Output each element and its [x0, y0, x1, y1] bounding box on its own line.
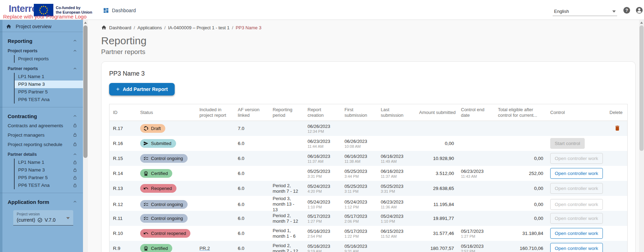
cell-status: Certified: [137, 244, 196, 252]
open-controller-work-button[interactable]: Open controller work: [550, 168, 603, 179]
sidebar-item-project-managers[interactable]: Project managers: [0, 131, 83, 139]
cell-af-version: 6.0: [234, 202, 269, 207]
col-header-id: ID: [109, 110, 137, 115]
date-value: 06/26/2023: [344, 139, 374, 144]
open-controller-work-button[interactable]: Open controller work: [550, 183, 603, 194]
sidebar-group-project-reports[interactable]: Project reports: [0, 47, 83, 54]
sidebar-scrollbar[interactable]: [83, 20, 88, 252]
date-value: 05/24/2023: [344, 199, 374, 205]
open-controller-work-button[interactable]: Open controller work: [550, 213, 603, 224]
cell-control-end-date: 05/16/20232:52 PM: [457, 244, 494, 252]
cell-amount-submitted: 29.638,65: [416, 186, 457, 191]
sidebar-item-lp1-name-1[interactable]: LP1 Name 1: [15, 73, 83, 81]
sidebar-item-project-reporting-schedule[interactable]: Project reporting schedule: [0, 140, 83, 148]
date-value: 05/17/2023: [308, 214, 338, 219]
sidebar-item-contracts-and-agreements[interactable]: Contracts and agreements: [0, 121, 83, 130]
sidebar-item-details-pp6-test-ana[interactable]: PP6 TEST Ana: [15, 182, 83, 189]
language-select[interactable]: English: [553, 7, 617, 16]
time-value: 9:19 AM: [308, 249, 338, 252]
cell-report-id: R.15: [109, 156, 137, 161]
start-control-button[interactable]: Start control: [550, 138, 585, 149]
sidebar-section-contracting[interactable]: Contracting: [0, 112, 83, 120]
open-controller-work-button[interactable]: Open controller work: [550, 199, 603, 210]
cell-first-submission: 06/16/202311:38 AM: [341, 154, 377, 163]
date-value: 06/16/2023: [381, 154, 412, 159]
scrollbar-thumb[interactable]: [639, 25, 644, 151]
sidebar-item-details-pp5-partner-5[interactable]: PP5 Partner 5: [15, 174, 83, 182]
delete-report-button[interactable]: [614, 125, 621, 132]
time-value: 12:34 PM: [308, 129, 338, 133]
sidebar-item-pp3-name-3[interactable]: PP3 Name 3: [15, 81, 83, 88]
sidebar-item-details-pp3-name-3[interactable]: PP3 Name 3: [15, 166, 83, 174]
date-value: 05/24/2023: [308, 199, 338, 205]
scrollbar-thumb[interactable]: [83, 25, 88, 158]
cell-af-version: 6.0: [234, 186, 269, 191]
account-icon[interactable]: [635, 6, 643, 14]
open-controller-work-button[interactable]: Open controller work: [550, 243, 603, 252]
table-row: R.13 Reopened 6.0 Period 2,month 7 - 12 …: [109, 181, 627, 196]
sidebar-item-pp5-partner-5[interactable]: PP5 Partner 5: [15, 88, 83, 96]
time-value: 1:22 PM: [344, 234, 374, 238]
cell-control: Open controller work: [547, 153, 606, 164]
project-report-link[interactable]: PR.2: [199, 246, 210, 251]
time-value: 11:38 AM: [344, 159, 374, 163]
cell-report-creation: 05/16/20239:19 AM: [304, 244, 341, 252]
cell-report-id: R.12: [109, 202, 137, 207]
date-value: 05/17/2023: [461, 229, 491, 234]
plus-icon: +: [116, 87, 120, 91]
time-value: 3:44 PM: [344, 174, 374, 178]
status-badge: Certified: [140, 169, 172, 178]
breadcrumb-applications[interactable]: Applications: [137, 25, 162, 30]
svg-text:?: ?: [626, 8, 628, 13]
col-header-total-eligible: Total eligible after control for current…: [494, 107, 547, 118]
sidebar-group-partner-reports[interactable]: Partner reports: [0, 65, 83, 72]
open-controller-work-button[interactable]: Open controller work: [550, 228, 603, 239]
add-partner-report-button[interactable]: + Add Partner Report: [109, 83, 175, 96]
programme-logo-placeholder: Replace with your Programme Logo: [3, 14, 86, 20]
help-icon[interactable]: ?: [623, 6, 631, 14]
cell-report-creation: 05/16/20232:54 PM: [304, 229, 341, 238]
cell-amount-submitted: 10.928,90: [416, 156, 457, 161]
cell-reporting-period: Period 2,month 7 - 12: [269, 213, 304, 224]
cell-control: Start control: [547, 138, 606, 149]
page-scrollbar[interactable]: [639, 20, 644, 252]
breadcrumb-project[interactable]: IA-0400009 – Project 1 - test 1: [168, 25, 229, 30]
sidebar-item-pp6-test-ana[interactable]: PP6 TEST Ana: [15, 96, 83, 104]
chevron-up-icon: [73, 48, 77, 53]
sidebar-item-details-lp1-name-1[interactable]: LP1 Name 1: [15, 159, 83, 166]
cell-report-id: R.10: [109, 231, 137, 236]
page-title: Reporting: [101, 35, 639, 47]
date-value: 05/25/2023: [344, 169, 374, 174]
scroll-up-arrow[interactable]: [84, 22, 87, 24]
cell-control: Open controller work: [547, 168, 606, 179]
sidebar-group-partner-details[interactable]: Partner details: [0, 151, 83, 158]
cell-last-submission: 06/16/202311:37 AM: [377, 169, 416, 178]
sidebar-section-application-form[interactable]: Application form: [0, 198, 83, 206]
partner-heading: PP3 Name 3: [109, 70, 628, 77]
time-value: 11:37 AM: [308, 159, 338, 163]
cell-status: Control ongoing: [137, 214, 196, 223]
main-content: Dashboard / Applications / IA-0400009 – …: [88, 20, 639, 252]
home-icon[interactable]: [101, 25, 107, 30]
undo-icon: [143, 186, 149, 191]
time-value: 11:36 AM: [381, 205, 412, 209]
cell-included-in-project-report: PR.2: [196, 246, 234, 251]
cell-report-creation: 05/25/20233:31 PM: [304, 169, 341, 178]
sidebar-item-project-overview[interactable]: Project overview: [0, 21, 83, 32]
cell-report-creation: 05/24/20231:10 PM: [304, 199, 341, 209]
dashboard-link[interactable]: Dashboard: [103, 7, 136, 14]
chevron-up-icon: [73, 199, 77, 204]
cell-status: Certified: [137, 169, 196, 178]
cell-control: Open controller work: [547, 183, 606, 194]
scroll-up-arrow[interactable]: [640, 22, 643, 24]
open-controller-work-button[interactable]: Open controller work: [550, 153, 603, 164]
status-badge: Reopened: [140, 184, 176, 193]
date-value: 05/16/2023: [308, 244, 338, 249]
breadcrumb-dashboard[interactable]: Dashboard: [109, 25, 131, 30]
check-circle-icon: [37, 217, 43, 223]
sidebar-section-reporting[interactable]: Reporting: [0, 37, 83, 45]
project-version-select[interactable]: Project version (current) V.7.0: [13, 210, 73, 226]
time-value: 11:52 AM: [381, 234, 412, 238]
time-value: 2:52 PM: [461, 249, 491, 252]
sidebar-item-project-reports[interactable]: Project reports: [15, 55, 83, 63]
